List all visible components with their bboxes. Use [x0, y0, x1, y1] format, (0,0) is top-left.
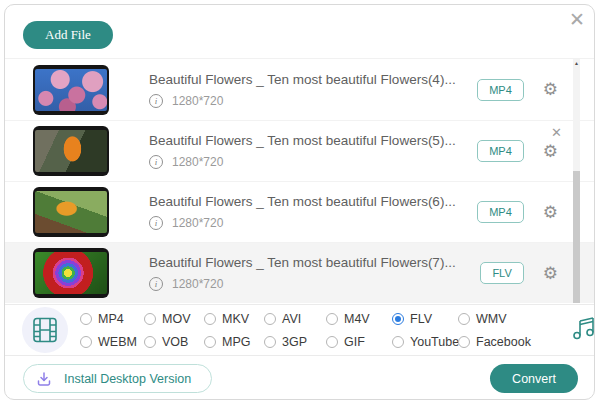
format-option-mpg[interactable]: MPG [204, 334, 264, 350]
format-option-wmv[interactable]: WMV [458, 311, 542, 327]
file-row[interactable]: Beautiful Flowers _ Ten most beautiful F… [5, 181, 594, 242]
format-options-grid: MP4 MOV MKV AVI M4V FLV WMV WEBM VOB MPG… [80, 311, 542, 350]
info-icon: i [149, 216, 163, 230]
video-resolution: 1280*720 [172, 216, 223, 230]
format-option-youtube[interactable]: YouTube [392, 334, 458, 350]
film-strip-icon [32, 317, 58, 343]
format-option-avi[interactable]: AVI [264, 311, 326, 327]
video-title: Beautiful Flowers _ Ten most beautiful F… [149, 133, 477, 148]
format-badge[interactable]: MP4 [477, 201, 524, 223]
format-option-vob[interactable]: VOB [144, 334, 204, 350]
file-row[interactable]: Beautiful Flowers _ Ten most beautiful F… [5, 59, 594, 120]
format-badge[interactable]: MP4 [477, 79, 524, 101]
settings-gear-icon[interactable]: ⚙ [543, 143, 558, 160]
format-option-facebook[interactable]: Facebook [458, 334, 542, 350]
settings-gear-icon[interactable]: ⚙ [543, 81, 558, 98]
radio-icon [80, 336, 92, 348]
settings-gear-icon[interactable]: ⚙ [543, 265, 558, 282]
converter-dialog: Add File ✕ Beautiful Flowers _ Ten most … [4, 4, 595, 400]
scrollbar-up-arrow[interactable]: ▲ [573, 60, 580, 66]
scrollbar[interactable]: ▲ [573, 59, 580, 303]
info-icon: i [149, 94, 163, 108]
format-option-3gp[interactable]: 3GP [264, 334, 326, 350]
radio-icon [144, 313, 156, 325]
radio-icon [458, 336, 470, 348]
radio-icon [80, 313, 92, 325]
settings-gear-icon[interactable]: ⚙ [543, 204, 558, 221]
download-icon [36, 371, 52, 387]
close-icon[interactable]: ✕ [569, 10, 585, 29]
video-title: Beautiful Flowers _ Ten most beautiful F… [149, 255, 480, 270]
radio-icon [326, 336, 338, 348]
radio-icon [264, 336, 276, 348]
video-resolution: 1280*720 [172, 277, 223, 291]
format-option-mp4[interactable]: MP4 [80, 311, 144, 327]
format-badge[interactable]: FLV [480, 262, 523, 284]
music-note-icon [570, 314, 595, 342]
radio-icon [144, 336, 156, 348]
video-thumbnail [33, 248, 109, 298]
video-resolution: 1280*720 [172, 94, 223, 108]
radio-icon [458, 313, 470, 325]
install-desktop-label: Install Desktop Version [64, 372, 191, 386]
file-row[interactable]: ✕ Beautiful Flowers _ Ten most beautiful… [5, 120, 594, 181]
add-file-button[interactable]: Add File [23, 21, 113, 49]
file-list: Beautiful Flowers _ Ten most beautiful F… [5, 58, 594, 304]
audio-formats-toggle[interactable] [570, 314, 595, 346]
format-option-m4v[interactable]: M4V [326, 311, 392, 327]
scrollbar-thumb[interactable] [573, 171, 580, 303]
video-formats-icon-wrap [22, 307, 68, 353]
header: Add File ✕ [5, 5, 594, 58]
video-title: Beautiful Flowers _ Ten most beautiful F… [149, 72, 477, 87]
radio-icon [326, 313, 338, 325]
info-icon: i [149, 155, 163, 169]
format-option-gif[interactable]: GIF [326, 334, 392, 350]
radio-icon [264, 313, 276, 325]
video-thumbnail [33, 126, 109, 176]
format-badge[interactable]: MP4 [477, 140, 524, 162]
format-option-webm[interactable]: WEBM [80, 334, 144, 350]
radio-selected-icon [392, 313, 404, 325]
radio-icon [392, 336, 404, 348]
format-option-mkv[interactable]: MKV [204, 311, 264, 327]
format-option-flv-selected[interactable]: FLV [392, 311, 458, 327]
remove-file-icon[interactable]: ✕ [551, 125, 562, 140]
video-thumbnail [33, 65, 109, 115]
output-format-bar: MP4 MOV MKV AVI M4V FLV WMV WEBM VOB MPG… [5, 304, 594, 356]
video-resolution: 1280*720 [172, 155, 223, 169]
footer-bar: Install Desktop Version Convert [5, 356, 594, 400]
install-desktop-button[interactable]: Install Desktop Version [23, 364, 212, 393]
video-thumbnail [33, 187, 109, 237]
radio-icon [204, 336, 216, 348]
format-option-mov[interactable]: MOV [144, 311, 204, 327]
radio-icon [204, 313, 216, 325]
file-row-selected[interactable]: Beautiful Flowers _ Ten most beautiful F… [5, 242, 594, 303]
video-title: Beautiful Flowers _ Ten most beautiful F… [149, 194, 477, 209]
info-icon: i [149, 277, 163, 291]
convert-button[interactable]: Convert [490, 364, 578, 393]
